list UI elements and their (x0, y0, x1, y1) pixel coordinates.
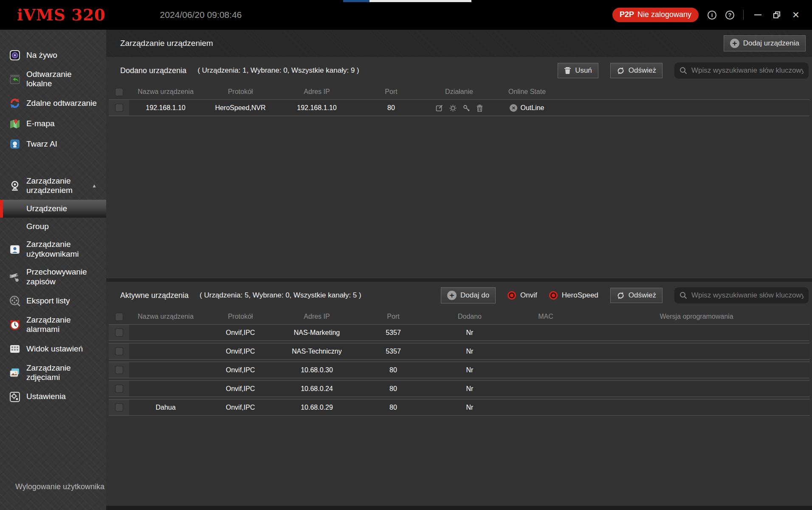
images-icon (3, 367, 26, 379)
cell-port: 80 (355, 99, 427, 116)
sidebar-item-group[interactable]: Group (0, 218, 106, 235)
add-device-button[interactable]: Dodaj urządzenia (724, 35, 806, 51)
trash-icon[interactable] (476, 105, 483, 112)
added-search-input[interactable] (691, 66, 804, 75)
cell-device-name: Dahua (129, 399, 202, 416)
foreign-window-artifact (343, 0, 471, 2)
cell-device-name (129, 362, 202, 378)
cell-mac (508, 362, 584, 378)
chevron-up-icon: ▲ (92, 183, 97, 189)
gear-icon[interactable] (449, 105, 457, 112)
sidebar-item-remote-playback[interactable]: Zdalne odtwarzanie (0, 93, 106, 113)
row-checkbox[interactable] (115, 366, 123, 374)
close-button[interactable]: × (791, 10, 801, 20)
row-checkbox[interactable] (115, 403, 123, 411)
alarm-clock-icon (3, 319, 26, 331)
users-icon (3, 244, 26, 255)
sidebar-item-export-list[interactable]: Eksport listy (0, 291, 106, 311)
sidebar-item-view-settings[interactable]: Widok ustawień (0, 339, 106, 359)
plus-circle-icon (730, 39, 739, 48)
p2p-login-button[interactable]: P2P Nie zalogowany (612, 8, 699, 22)
select-all-checkbox[interactable] (115, 88, 123, 96)
column-header: MAC (508, 311, 584, 322)
row-checkbox[interactable] (115, 385, 123, 393)
column-header: Port (355, 86, 427, 97)
refresh-button[interactable]: Odśwież (610, 288, 663, 303)
minimize-button[interactable] (753, 10, 763, 20)
cell-mac (508, 380, 584, 397)
cell-protocol: Onvif,IPC (202, 324, 279, 341)
sidebar-item-emap[interactable]: E-mapa (0, 113, 106, 134)
row-checkbox[interactable] (115, 329, 123, 337)
cell-device-name (129, 380, 202, 397)
onvif-radio[interactable]: Onvif (508, 291, 537, 300)
delete-button[interactable]: Usuń (558, 63, 598, 78)
row-checkbox[interactable] (115, 104, 123, 112)
restore-button[interactable] (772, 10, 782, 20)
local-playback-icon (3, 73, 26, 85)
cell-protocol: Onvif,IPC (202, 380, 279, 397)
sidebar-item-label: Ustawienia (26, 392, 66, 401)
section-summary: ( Urządzenia: 5, Wybrane: 0, Wszystkie k… (200, 291, 361, 300)
sidebar-item-settings[interactable]: Ustawienia (0, 387, 106, 407)
section-title: Dodano urządzenia (120, 66, 186, 75)
sidebar-item-device-management[interactable]: Zarządzanie urządzeniem ▲ (0, 172, 106, 200)
cell-added: Nr (431, 399, 508, 416)
map-icon (3, 118, 26, 130)
column-header: Działanie (427, 86, 491, 97)
column-header: Protokół (202, 311, 279, 322)
active-search-input[interactable] (691, 291, 804, 300)
cell-ip: 10.68.0.29 (279, 399, 355, 416)
sidebar-item-label: Na żywo (26, 51, 57, 60)
herospeed-radio[interactable]: HeroSpeed (549, 291, 598, 300)
cell-version (584, 399, 809, 416)
table-header-row: Nazwa urządzenia Protokół Adres IP Port … (109, 311, 809, 322)
sidebar-item-label: Zdalne odtwarzanie (26, 99, 97, 108)
active-device-row[interactable]: Onvif,IPC 10.68.0.30 80 Nr (109, 362, 809, 378)
sidebar-item-device[interactable]: Urządzenie (0, 200, 106, 218)
refresh-icon (617, 67, 625, 75)
status-badge: OutLine (520, 104, 544, 112)
sidebar-item-label: Przechowywanie zapisów (26, 267, 99, 286)
cell-ip: 10.68.0.30 (279, 362, 355, 378)
add-to-button[interactable]: Dodaj do (441, 287, 496, 303)
help-icon[interactable]: ? (725, 11, 734, 20)
sidebar-item-live-view[interactable]: Na żywo (0, 45, 106, 65)
sidebar-item-label: Zarządzanie użytkownikami (26, 240, 99, 259)
active-device-row[interactable]: Dahua Onvif,IPC 10.68.0.29 80 Nr (109, 399, 809, 416)
sidebar-item-picture-management[interactable]: Zarządzanie zdjęciami (0, 359, 106, 387)
table-header-row: Nazwa urządzenia Protokół Adres IP Port … (109, 86, 809, 97)
active-device-row[interactable]: Onvif,IPC NAS-Marketing 5357 Nr (109, 324, 809, 341)
face-ai-icon (3, 138, 26, 150)
sidebar-item-alarm-management[interactable]: Zarządzanie alarmami (0, 311, 106, 339)
sidebar-item-label: Odtwarzanie lokalne (26, 70, 99, 89)
added-device-row[interactable]: 192.168.1.10 HeroSpeed,NVR 192.168.1.10 … (109, 99, 809, 116)
sidebar-item-face-ai[interactable]: Twarz AI (0, 134, 106, 154)
cell-protocol: Onvif,IPC (202, 362, 279, 378)
row-checkbox[interactable] (115, 347, 123, 355)
select-all-checkbox[interactable] (115, 313, 123, 321)
sidebar-item-user-management[interactable]: Zarządzanie użytkownikami (0, 235, 106, 263)
active-search-box (674, 287, 809, 303)
search-icon (679, 292, 687, 299)
cell-port: 80 (355, 399, 431, 416)
column-header: Dodano (431, 311, 508, 322)
active-device-row[interactable]: Onvif,IPC 10.68.0.24 80 Nr (109, 380, 809, 397)
sidebar: Na żywo Odtwarzanie lokalne Zdalne odtwa… (0, 30, 106, 510)
added-devices-table: Nazwa urządzenia Protokół Adres IP Port … (109, 84, 809, 118)
p2p-status: Nie zalogowany (637, 10, 691, 19)
active-device-row[interactable]: Onvif,IPC NAS-Techniczny 5357 Nr (109, 343, 809, 360)
cell-protocol: Onvif,IPC (202, 399, 279, 416)
sidebar-item-record-storage[interactable]: Przechowywanie zapisów (0, 263, 106, 291)
edit-icon[interactable] (436, 105, 443, 112)
wrench-icon[interactable] (463, 105, 470, 112)
sidebar-item-label: Eksport listy (26, 296, 70, 306)
p2p-label: P2P (620, 10, 634, 19)
cell-port: 80 (355, 362, 431, 378)
cell-port: 5357 (355, 343, 431, 360)
refresh-button[interactable]: Odśwież (610, 63, 663, 78)
logout-link[interactable]: Wylogowanie użytkownika (15, 482, 104, 491)
info-icon[interactable]: i (708, 11, 716, 20)
sidebar-item-local-playback[interactable]: Odtwarzanie lokalne (0, 65, 106, 93)
cell-added: Nr (431, 380, 508, 397)
